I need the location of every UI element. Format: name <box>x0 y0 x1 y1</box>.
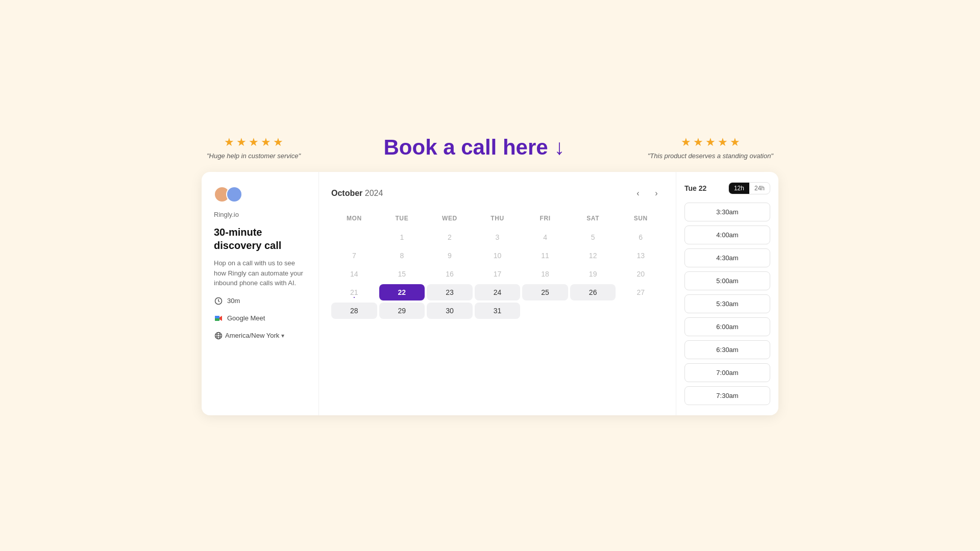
time-slot-button[interactable]: 6:30am <box>684 340 770 359</box>
calendar-grid: MONTUEWEDTHUFRISATSUN1234567891011121314… <box>331 213 664 319</box>
day-cell: 12 <box>570 247 616 264</box>
calendar-header: October 2024 ‹ › <box>331 186 664 201</box>
day-cell[interactable]: 23 <box>427 284 473 300</box>
time-slots-list: 3:30am4:00am4:30am5:00am5:30am6:00am6:30… <box>684 203 770 405</box>
day-cell: 4 <box>522 229 568 245</box>
time-slot-button[interactable]: 7:00am <box>684 363 770 382</box>
testimonial-right-text: "This product deserves a standing ovatio… <box>648 152 773 160</box>
day-cell <box>618 303 664 319</box>
time-slot-button[interactable]: 4:00am <box>684 226 770 244</box>
time-slot-button[interactable]: 5:30am <box>684 294 770 313</box>
day-cell: 5 <box>570 229 616 245</box>
day-cell: 21 <box>331 284 377 300</box>
day-cell: 8 <box>379 247 425 264</box>
day-cell: 9 <box>427 247 473 264</box>
page-wrapper: ★ ★ ★ ★ ★ "Huge help in customer service… <box>202 136 778 415</box>
header-area: ★ ★ ★ ★ ★ "Huge help in customer service… <box>202 136 778 160</box>
time-slot-button[interactable]: 3:30am <box>684 203 770 221</box>
day-cell[interactable]: 31 <box>475 303 521 319</box>
day-cell: 17 <box>475 266 521 282</box>
calendar-nav: ‹ › <box>631 186 664 201</box>
star-2: ★ <box>236 136 247 149</box>
svg-rect-2 <box>215 316 219 318</box>
day-header-wed: WED <box>427 213 473 227</box>
time-panel-header: Tue 22 12h 24h <box>684 182 770 194</box>
call-description: Hop on a call with us to see how Ringly … <box>214 258 306 288</box>
year-value: 2024 <box>365 189 383 197</box>
day-cell: 15 <box>379 266 425 282</box>
day-cell: 1 <box>379 229 425 245</box>
svg-marker-4 <box>219 316 222 321</box>
day-cell: 10 <box>475 247 521 264</box>
day-cell: 19 <box>570 266 616 282</box>
testimonial-left: ★ ★ ★ ★ ★ "Huge help in customer service… <box>207 136 301 160</box>
left-panel: Ringly.io 30-minute discovery call Hop o… <box>202 172 319 415</box>
time-slot-button[interactable]: 5:00am <box>684 271 770 290</box>
company-name: Ringly.io <box>214 211 306 218</box>
month-label: October <box>331 189 362 197</box>
next-month-button[interactable]: › <box>649 186 664 201</box>
day-cell: 7 <box>331 247 377 264</box>
platform-label: Google Meet <box>227 314 265 322</box>
day-cell[interactable]: 26 <box>570 284 616 300</box>
month-year-label: October 2024 <box>331 189 383 198</box>
day-cell <box>331 229 377 245</box>
star-1: ★ <box>224 136 234 149</box>
day-cell[interactable]: 28 <box>331 303 377 319</box>
star-r5: ★ <box>730 136 740 149</box>
day-header-sat: SAT <box>570 213 616 227</box>
day-header-sun: SUN <box>618 213 664 227</box>
day-cell[interactable]: 25 <box>522 284 568 300</box>
timezone-label: America/New York <box>225 332 279 339</box>
day-cell <box>522 303 568 319</box>
prev-month-button[interactable]: ‹ <box>631 186 645 201</box>
day-header-mon: MON <box>331 213 377 227</box>
testimonial-left-text: "Huge help in customer service" <box>207 152 301 160</box>
avatar-group <box>214 186 306 203</box>
day-cell[interactable]: 24 <box>475 284 521 300</box>
day-cell[interactable]: 22 <box>379 284 425 300</box>
call-title: 30-minute discovery call <box>214 226 306 252</box>
day-cell: 18 <box>522 266 568 282</box>
stars-left: ★ ★ ★ ★ ★ <box>224 136 283 149</box>
day-cell: 27 <box>618 284 664 300</box>
timezone-selector[interactable]: America/New York ▾ <box>214 331 306 340</box>
booking-card: Ringly.io 30-minute discovery call Hop o… <box>202 172 778 415</box>
time-format-toggle: 12h 24h <box>728 182 770 194</box>
format-24h-button[interactable]: 24h <box>749 183 770 194</box>
star-r3: ★ <box>705 136 716 149</box>
day-cell: 3 <box>475 229 521 245</box>
clock-icon <box>214 296 223 306</box>
time-slot-button[interactable]: 4:30am <box>684 248 770 267</box>
star-r1: ★ <box>681 136 691 149</box>
day-cell: 20 <box>618 266 664 282</box>
day-cell: 16 <box>427 266 473 282</box>
duration-label: 30m <box>227 297 240 305</box>
day-cell: 2 <box>427 229 473 245</box>
day-cell: 13 <box>618 247 664 264</box>
star-r2: ★ <box>693 136 703 149</box>
google-meet-icon <box>214 314 223 323</box>
day-header-thu: THU <box>475 213 521 227</box>
svg-point-5 <box>215 332 222 339</box>
star-3: ★ <box>249 136 259 149</box>
day-header-tue: TUE <box>379 213 425 227</box>
day-cell: 11 <box>522 247 568 264</box>
day-cell: 6 <box>618 229 664 245</box>
day-cell <box>570 303 616 319</box>
page-title: Book a call here ↓ <box>384 136 565 159</box>
calendar-panel: October 2024 ‹ › MONTUEWEDTHUFRISATSUN12… <box>319 172 676 415</box>
format-12h-button[interactable]: 12h <box>729 183 749 194</box>
day-cell: 14 <box>331 266 377 282</box>
selected-date-label: Tue 22 <box>684 184 706 192</box>
time-slot-button[interactable]: 6:00am <box>684 317 770 336</box>
day-cell[interactable]: 29 <box>379 303 425 319</box>
globe-icon <box>214 331 223 340</box>
day-header-fri: FRI <box>522 213 568 227</box>
day-cell[interactable]: 30 <box>427 303 473 319</box>
platform-meta: Google Meet <box>214 314 306 323</box>
star-r4: ★ <box>718 136 728 149</box>
time-slot-button[interactable]: 7:30am <box>684 386 770 405</box>
avatar-2 <box>226 186 242 203</box>
time-slots-panel: Tue 22 12h 24h 3:30am4:00am4:30am5:00am5… <box>676 172 778 415</box>
